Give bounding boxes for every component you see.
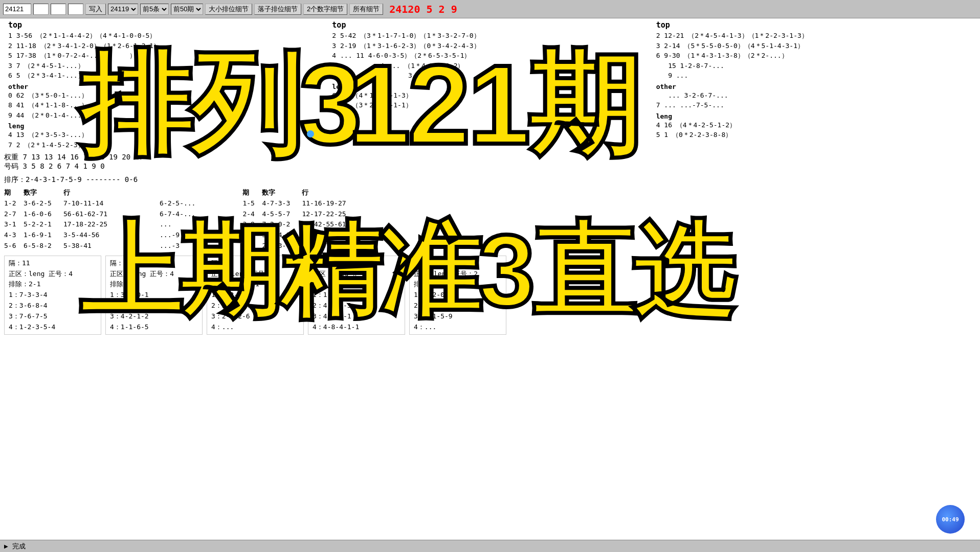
bottom-section: 隔：11 正区：leng 正号：4 排除：2-1 1：7-3-3-4 2：3-6… (4, 256, 976, 335)
card2-row1: 1：3-5-0-1 (110, 290, 198, 301)
mid-row-4: 4-... （1＊4-3-4-2-2） (332, 61, 648, 71)
main-content: top 1 3-56 （2＊1-1-4-4-2）（4＊4-1-0-0-5） 2 … (0, 18, 980, 540)
card5-row4: 4：... (414, 322, 502, 333)
table-section: 期 数字 行 1-2 3-6-2-5 7-10-11-14 6-2-5-... … (4, 188, 976, 251)
card1-header: 隔：11 (9, 258, 97, 269)
table-row: 1-5 4-7-3-3 11-16-19-27 (242, 198, 394, 209)
left-other-3: 9 44 （2＊0-1-4-...） (8, 110, 324, 121)
card1-line1: 正区：leng 正号：4 (9, 269, 97, 280)
table-row: 3-8 7-2-0-2 38-42-55-61 (242, 219, 394, 230)
section-mid: top 2 5-42 （3＊1-1-7-1-0）（1＊3-3-2-7-0） 3 … (328, 20, 652, 150)
input-id[interactable] (3, 4, 31, 15)
sort-label: 排序：2-4-3-1-7-5-9 -------- 0-6 (4, 175, 138, 185)
right-row-2: 3 2-14 （5＊5-5-0-5-0）（4＊5-1-4-3-1） (656, 41, 972, 51)
all-detail-btn[interactable]: 所有细节 (349, 4, 383, 15)
highlight-text: 24120 5 2 9 (389, 3, 457, 15)
statusbar: ▶ 完成 (0, 540, 980, 552)
card2-row3: 3：4-2-1-2 (110, 311, 198, 322)
mid-leng-1: 6 23 （4＊1-4-1-1-3） (332, 90, 648, 101)
mid-row-2: 3 2-19 （1＊3-1-6-2-3）（0＊3-4-2-4-3） (332, 41, 648, 51)
table-1: 期 数字 行 1-2 3-6-2-5 7-10-11-14 6-2-5-... … (4, 188, 195, 251)
section-right-title: top (656, 20, 972, 30)
card5-line2: 排除：8-9-6-0 (414, 279, 502, 290)
card3-row4: 4：... (211, 322, 299, 333)
section-left-other: other (8, 83, 324, 90)
right-row-3: 6 9-30 （1＊4-3-1-3-8）（2＊2-...） (656, 51, 972, 61)
top-select[interactable]: 前5条 (140, 4, 169, 15)
write-button[interactable]: 写入 (85, 4, 106, 15)
left-other-2: 8 41 （4＊1-1-8-...） (8, 100, 324, 110)
card3-row1: 1：8-2-8-5 (211, 290, 299, 301)
card3-row3: 3：2-0-2-6 (211, 311, 299, 322)
table-row: 4-3 1-6-9-1 3-5-44-56 ...-9 (4, 230, 195, 241)
mid-leng-2: 9 13 （3＊2-2-1-1-1） (332, 100, 648, 110)
period-count-select[interactable]: 前50期 (171, 4, 203, 15)
input-4[interactable] (68, 4, 83, 15)
table-row: 2-4 4-5-5-7 12-17-22-25 (242, 209, 394, 220)
table1-header: 期 数字 行 (4, 188, 195, 198)
status-icon: ▶ (4, 542, 8, 550)
weight-section: 权重 7 13 13 14 16 18 18 19 20 27 号码 3 5 8… (4, 153, 976, 171)
right-row-5: 9 ... (656, 71, 972, 81)
status-text: 完成 (12, 542, 26, 551)
table-row: 1-2 3-6-2-5 7-10-11-14 6-2-5-... (4, 198, 195, 209)
card5-row1: 1：4-2-0-9 (414, 290, 502, 301)
left-row-2: 2 11-18 （2＊3-4-1-2-0）（1＊2-6-1-2-1） (8, 41, 324, 51)
card4-header: 隔：2 (313, 258, 400, 269)
card1-row1: 1：7-3-3-4 (9, 290, 97, 301)
right-leng-2: 5 1 （0＊2-2-3-8-8） (656, 130, 972, 140)
card3-line2: 排除：9-7-6-1 (211, 279, 299, 290)
card2-line1: 正区：leng 正号：4 (110, 269, 198, 280)
mid-row-1: 2 5-42 （3＊1-1-7-1-0）（1＊3-3-2-7-0） (332, 31, 648, 41)
card-3: 隔：38 正区：leng 正号：7 排除：9-7-6-1 1：8-2-8-5 2… (207, 256, 304, 335)
table-row: 3-1 5-2-2-1 17-18-22-25 ... (4, 219, 195, 230)
col-qi-1: 期 (4, 188, 19, 198)
card5-row2: 2：3-5-7-2 (414, 301, 502, 311)
card4-row4: 4：4-8-4-1-1 (313, 322, 400, 333)
code-label: 号码 3 5 8 2 6 7 4 1 9 0 (4, 162, 976, 171)
drop-rank-btn[interactable]: 落子排位细节 (254, 4, 301, 15)
card1-row4: 4：1-2-3-5-4 (9, 322, 97, 333)
card3-row2: 2：5-4-0-4 (211, 301, 299, 311)
input-2[interactable] (33, 4, 49, 15)
right-leng-1: 4 16 （4＊4-2-5-1-2） (656, 120, 972, 130)
right-other-2: 7 ... ...-7-5-... (656, 100, 972, 110)
section-left: top 1 3-56 （2＊1-1-4-4-2）（4＊4-1-0-0-5） 2 … (4, 20, 328, 150)
table-row: 2-7 1-6-0-6 56-61-62-71 6-7-4-... (4, 209, 195, 220)
card2-row2: 2：5-5-7-9 (110, 301, 198, 311)
card2-header: 隔：7 (110, 258, 198, 269)
size-rank-btn[interactable]: 大小排位细节 (205, 4, 252, 15)
section-mid-title: top (332, 20, 648, 30)
card4-line2: 排除：3 (313, 279, 400, 290)
left-row-5: 6 5 （2＊3-4-1-...） (8, 71, 324, 81)
card4-line1: 正区：leng 正号：3 (313, 269, 400, 280)
card5-header: 隔：5 (414, 258, 502, 269)
right-row-4: 15 1-2-8-7-... (656, 61, 972, 71)
section-right: top 2 12-21 （2＊4-5-4-1-3）（1＊2-2-3-1-3） 3… (652, 20, 976, 150)
input-3[interactable] (51, 4, 66, 15)
left-leng-2: 7 2 （2＊1-4-5-2-3） (8, 140, 324, 150)
table-row: 5-2 2-7-3-7 5-34-37-38 (242, 241, 394, 251)
card2-row4: 4：1-1-6-5 (110, 322, 198, 333)
period-select[interactable]: 24119 (108, 4, 138, 15)
two-num-btn[interactable]: 2个数字细节 (303, 4, 347, 15)
col-hang-1: 行 (63, 188, 155, 198)
col-qi-2: 期 (242, 188, 258, 198)
toolbar: 写入 24119 前5条 前50期 大小排位细节 落子排位细节 2个数字细节 所… (0, 0, 980, 18)
col-num-2: 数字 (262, 188, 298, 198)
section-left-leng: leng (8, 122, 324, 130)
section-left-title: top (8, 20, 324, 30)
card4-row3: 3：4-4-2-1 (313, 311, 400, 322)
col-hang-2: 行 (302, 188, 394, 198)
mid-row-3: 4 ... 11 4-6-0-3-5）（2＊6-5-3-5-1） (332, 51, 648, 61)
col-num-1: 数字 (24, 188, 59, 198)
sort-table-row: 排序：2-4-3-1-7-5-9 -------- 0-6 (4, 173, 976, 185)
card1-row3: 3：7-6-7-5 (9, 311, 97, 322)
card3-header: 隔：38 (211, 258, 299, 269)
card3-line1: 正区：leng 正号：7 (211, 269, 299, 280)
right-row-1: 2 12-21 （2＊4-5-4-1-3）（1＊2-2-3-1-3） (656, 31, 972, 41)
card-4: 隔：2 正区：leng 正号：3 排除：3 1：1-6-5-6 2：4-2-3-… (308, 256, 405, 335)
table2-header: 期 数字 行 (242, 188, 394, 198)
table-2: 期 数字 行 1-5 4-7-3-3 11-16-19-27 2-4 4-5-5… (242, 188, 394, 251)
card2-line2: 排除：8 (110, 279, 198, 290)
